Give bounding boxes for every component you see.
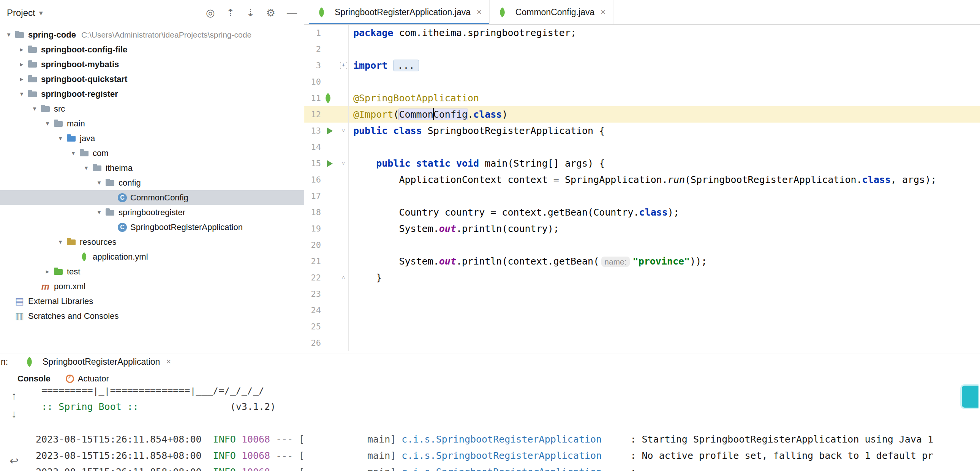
project-panel-title[interactable]: Project	[7, 8, 35, 18]
editor-tab-springbootregisterapplication-java[interactable]: SpringbootRegisterApplication.java×	[309, 0, 490, 24]
tree-item-springboot-quickstart[interactable]: ▸springboot-quickstart	[0, 72, 304, 87]
chevron-down-icon[interactable]: ▾	[39, 8, 43, 17]
fold-marker[interactable]: ˄	[339, 270, 349, 286]
scroll-up-icon[interactable]: ↑	[11, 390, 17, 402]
chevron-down-icon[interactable]: ▾	[94, 179, 105, 187]
fold-column	[339, 90, 349, 106]
gutter-cell	[321, 171, 339, 188]
editor-tab-commonconfig-java[interactable]: CommonConfig.java×	[490, 0, 613, 24]
tree-item-label: spring-code	[28, 30, 76, 40]
chevron-down-icon[interactable]: ▾	[16, 90, 27, 98]
hide-icon[interactable]: —	[287, 7, 297, 19]
tree-item-pom-xml[interactable]: mpom.xml	[0, 279, 304, 294]
spring-bean-gutter-icon[interactable]	[321, 90, 339, 106]
tree-item-springboot-register[interactable]: ▾springboot-register	[0, 87, 304, 101]
code-line-15[interactable]: 15˅ public static void main(String[] arg…	[304, 155, 980, 171]
close-icon[interactable]: ×	[601, 7, 606, 17]
folder-icon	[53, 118, 64, 128]
tree-item-scratches-and-consoles[interactable]: ▥Scratches and Consoles	[0, 309, 304, 324]
code-line-2[interactable]: 2	[304, 41, 980, 57]
code-line-19[interactable]: 19 System.out.println(country);	[304, 220, 980, 237]
tree-item-itheima[interactable]: ▾itheima	[0, 160, 304, 175]
tree-item-test[interactable]: ▸test	[0, 264, 304, 279]
chevron-down-icon[interactable]: ▾	[55, 238, 66, 246]
chevron-down-icon[interactable]: ▾	[94, 208, 105, 216]
tab-actuator[interactable]: Actuator	[66, 374, 109, 384]
tree-item-config[interactable]: ▾config	[0, 175, 304, 190]
run-gutter-icon[interactable]	[321, 155, 339, 171]
code-line-21[interactable]: 21 System.out.println(context.getBean(na…	[304, 253, 980, 270]
chevron-right-icon[interactable]: ▸	[42, 268, 53, 276]
gutter-cell	[321, 302, 339, 319]
close-icon[interactable]: ×	[477, 7, 482, 17]
chevron-right-icon[interactable]: ▸	[16, 75, 27, 83]
scroll-down-icon[interactable]: ↓	[11, 408, 17, 420]
tree-item-src[interactable]: ▾src	[0, 101, 304, 116]
collapse-all-icon[interactable]: ⇣	[246, 7, 255, 19]
fold-marker[interactable]: +	[339, 57, 349, 74]
soft-wrap-icon[interactable]: ↩	[10, 455, 18, 467]
code-area[interactable]: 1package com.itheima.springbootregister;…	[304, 25, 980, 353]
run-gutter-icon[interactable]	[321, 122, 339, 139]
tab-console[interactable]: Console	[18, 374, 51, 384]
code-line-22[interactable]: 22˄ }	[304, 270, 980, 286]
tree-item-label: test	[67, 267, 80, 277]
chevron-right-icon[interactable]: ▸	[16, 46, 27, 54]
fold-marker[interactable]: ˅	[339, 155, 349, 171]
tree-item-springbootregisterapplication[interactable]: CSpringbootRegisterApplication	[0, 220, 304, 235]
tree-item-resources[interactable]: ▾resources	[0, 235, 304, 249]
code-text	[349, 74, 353, 90]
tree-item-java[interactable]: ▾java	[0, 131, 304, 146]
code-line-18[interactable]: 18 Country country = context.getBean(Cou…	[304, 204, 980, 220]
folded-region-icon: +	[340, 62, 347, 69]
console-output[interactable]: =========|_|==============|___/=/_/_/_/ …	[28, 387, 980, 471]
fold-marker[interactable]: ˅	[339, 122, 349, 139]
chevron-down-icon[interactable]: ▾	[81, 164, 92, 172]
tree-item-external-libraries[interactable]: ▤External Libraries	[0, 294, 304, 309]
code-line-14[interactable]: 14	[304, 139, 980, 155]
tree-item-commonconfig[interactable]: CCommonConfig	[0, 190, 304, 205]
code-line-24[interactable]: 24	[304, 302, 980, 319]
code-line-25[interactable]: 25	[304, 319, 980, 335]
folder-icon	[40, 104, 51, 114]
code-line-13[interactable]: 13˅public class SpringbootRegisterApplic…	[304, 122, 980, 139]
folder-icon	[27, 59, 38, 70]
code-line-12[interactable]: 12@Import(CommonConfig.class)	[304, 106, 980, 122]
code-line-10[interactable]: 10	[304, 74, 980, 90]
fold-column	[339, 319, 349, 335]
libraries-icon: ▤	[14, 296, 25, 306]
code-line-16[interactable]: 16 ApplicationContext context = SpringAp…	[304, 171, 980, 188]
tree-item-springbootregister[interactable]: ▾springbootregister	[0, 205, 304, 220]
run-configuration-tab[interactable]: SpringbootRegisterApplication×	[24, 357, 171, 367]
code-line-17[interactable]: 17	[304, 188, 980, 204]
tree-item-main[interactable]: ▾main	[0, 116, 304, 131]
chevron-down-icon[interactable]: ▾	[3, 31, 14, 39]
tree-item-springboot-mybatis[interactable]: ▸springboot-mybatis	[0, 57, 304, 72]
code-line-3[interactable]: 3+import ...	[304, 57, 980, 74]
code-text: @Import(CommonConfig.class)	[349, 106, 508, 122]
code-line-1[interactable]: 1package com.itheima.springbootregister;	[304, 25, 980, 41]
settings-icon[interactable]: ⚙	[266, 7, 275, 19]
tree-item-springboot-config-file[interactable]: ▸springboot-config-file	[0, 42, 304, 57]
tree-item-com[interactable]: ▾com	[0, 146, 304, 160]
locate-icon[interactable]: ◎	[206, 7, 215, 19]
close-icon[interactable]: ×	[166, 357, 171, 366]
floating-action-button[interactable]	[960, 384, 978, 409]
project-toolbar: ◎⇡⇣⚙—	[206, 7, 297, 19]
code-line-23[interactable]: 23	[304, 286, 980, 302]
chevron-down-icon[interactable]: ▾	[55, 134, 66, 142]
fold-column	[339, 188, 349, 204]
code-line-11[interactable]: 11@SpringBootApplication	[304, 90, 980, 106]
folder-icon	[14, 30, 25, 40]
expand-all-icon[interactable]: ⇡	[226, 7, 235, 19]
run-view-tabs: ConsoleActuator	[0, 370, 980, 387]
chevron-down-icon[interactable]: ▾	[29, 105, 40, 113]
chevron-right-icon[interactable]: ▸	[16, 60, 27, 68]
code-line-26[interactable]: 26	[304, 335, 980, 351]
tree-item-spring-code[interactable]: ▾spring-codeC:\Users\Administrator\ideaP…	[0, 27, 304, 42]
tree-item-application-yml[interactable]: application.yml	[0, 249, 304, 264]
code-line-20[interactable]: 20	[304, 237, 980, 253]
chevron-down-icon[interactable]: ▾	[68, 149, 79, 157]
chevron-down-icon[interactable]: ▾	[42, 119, 53, 127]
tree-item-label: application.yml	[93, 252, 148, 262]
